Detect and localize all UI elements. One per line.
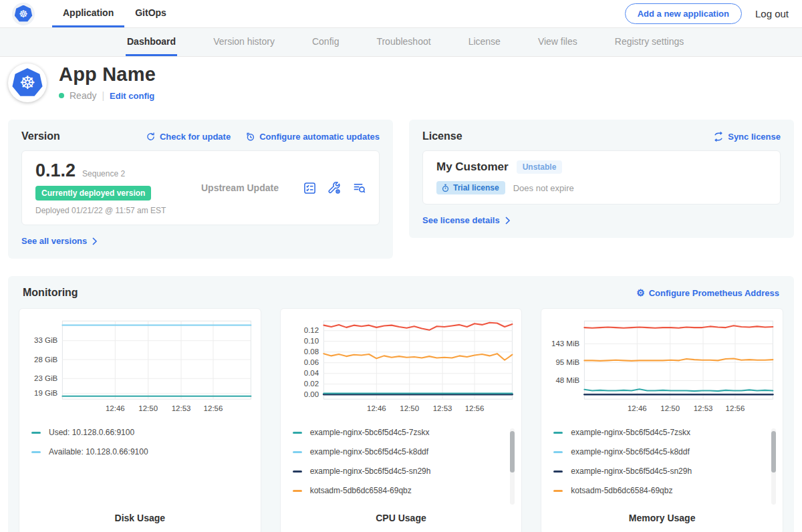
check-for-update-link[interactable]: Check for update (146, 132, 231, 142)
svg-text:12:53: 12:53 (694, 404, 713, 412)
stopwatch-icon (441, 184, 450, 192)
deployed-timestamp: Deployed 01/21/22 @ 11:57 am EST (35, 206, 189, 215)
kubernetes-wheel-icon: ☸ (19, 9, 27, 19)
divider: | (102, 90, 104, 101)
legend-dash-icon (293, 432, 302, 434)
preflight-checks-icon[interactable] (303, 182, 316, 194)
tab-registry-settings[interactable]: Registry settings (614, 28, 685, 56)
topnav-tab-gitops[interactable]: GitOps (124, 0, 177, 27)
kubernetes-logo: ☸ (12, 3, 35, 25)
legend-dash-icon (553, 432, 563, 434)
svg-text:23 GiB: 23 GiB (34, 374, 57, 382)
brand-logo[interactable]: ☸ (12, 0, 35, 27)
refresh-icon (146, 132, 156, 142)
legend-label: example-nginx-5bc6f5d4c5-sn29h (310, 467, 431, 476)
svg-text:0.06: 0.06 (303, 358, 318, 366)
legend-item: kotsadm-5db6dc6584-69qbz (293, 485, 505, 497)
configure-prometheus-link[interactable]: ⚙ Configure Prometheus Address (636, 288, 779, 298)
version-number: 0.1.2 (35, 160, 76, 181)
legend-label: kotsadm-5db6dc6584-69qbz (571, 486, 672, 495)
page-title: App Name (59, 63, 156, 86)
legend-label: kotsadm-5db6dc6584-69qbz (310, 486, 412, 495)
customer-name: My Customer (436, 160, 509, 174)
tab-troubleshoot[interactable]: Troubleshoot (375, 28, 432, 56)
svg-text:0.12: 0.12 (303, 326, 318, 334)
series-line (585, 358, 773, 360)
svg-text:12:56: 12:56 (464, 404, 484, 412)
status-dot (59, 93, 64, 98)
app-icon: ☸ (8, 63, 47, 102)
tab-version-history[interactable]: Version history (212, 28, 276, 56)
edit-config-link[interactable]: Edit config (110, 91, 154, 101)
chart-title: CPU Usage (286, 513, 517, 523)
license-card: License Sync license My (409, 120, 794, 238)
series-line (585, 389, 773, 391)
app-header: ☸ App Name Ready | Edit config (0, 57, 802, 114)
svg-text:19 GiB: 19 GiB (34, 389, 57, 397)
add-new-application-button[interactable]: Add a new application (625, 3, 742, 24)
tab-dashboard[interactable]: Dashboard (126, 28, 177, 56)
chart-plot: 12:4612:5012:5312:5633 GiB28 GiB23 GiB19… (25, 317, 255, 420)
svg-text:48 MiB: 48 MiB (556, 376, 580, 384)
svg-text:0.00: 0.00 (303, 390, 318, 398)
version-heading: Version (21, 130, 60, 142)
legend-dash-icon (553, 451, 563, 453)
legend-dash-icon (553, 471, 563, 473)
version-card: Version Check for update (8, 120, 393, 259)
channel-badge: Unstable (517, 160, 563, 174)
status-text: Ready (70, 90, 96, 101)
series-line (323, 354, 512, 360)
top-nav: ☸ Application GitOps Add a new applicati… (0, 0, 802, 28)
version-sequence: Sequence 2 (82, 169, 125, 178)
svg-text:28 GiB: 28 GiB (34, 356, 57, 364)
deploy-logs-icon[interactable] (353, 182, 366, 194)
svg-text:12:50: 12:50 (400, 404, 419, 412)
configure-automatic-updates-link[interactable]: Configure automatic updates (245, 132, 380, 142)
legend-label: example-nginx-5bc6f5d4c5-sn29h (571, 467, 692, 476)
see-all-versions-link[interactable]: See all versions (21, 236, 98, 246)
topnav-tab-application[interactable]: Application (52, 0, 124, 27)
app-sub-nav: Dashboard Version history Config Trouble… (0, 28, 802, 57)
legend-item: example-nginx-5bc6f5d4c5-k8ddf (553, 446, 765, 458)
chart-legend: example-nginx-5bc6f5d4c5-7zskxexample-ng… (293, 427, 517, 509)
legend-label: Available: 10.128.0.66:9100 (49, 447, 148, 456)
svg-text:12:46: 12:46 (106, 404, 125, 412)
svg-text:12:46: 12:46 (367, 404, 386, 412)
gear-icon: ⚙ (636, 288, 645, 297)
tab-license[interactable]: License (467, 28, 502, 56)
legend-label: example-nginx-5bc6f5d4c5-7zskx (571, 428, 690, 437)
svg-text:12:50: 12:50 (661, 404, 680, 412)
kubernetes-wheel-icon: ☸ (19, 74, 35, 92)
legend-dash-icon (31, 432, 41, 434)
legend-scrollbar-thumb[interactable] (771, 431, 776, 473)
tab-config[interactable]: Config (311, 28, 340, 56)
logout-link[interactable]: Log out (755, 8, 789, 19)
legend-item: kotsadm-5db6dc6584-69qbz (553, 485, 765, 497)
legend-label: example-nginx-5bc6f5d4c5-k8ddf (310, 447, 428, 456)
monitoring-heading: Monitoring (23, 287, 78, 299)
svg-text:0.10: 0.10 (303, 337, 318, 345)
legend-dash-icon (293, 471, 302, 473)
license-summary: My Customer Unstable Trial license Doe (422, 150, 781, 205)
legend-scrollbar-thumb[interactable] (510, 431, 515, 473)
chart-legend: example-nginx-5bc6f5d4c5-7zskxexample-ng… (553, 427, 777, 509)
legend-item: example-nginx-5bc6f5d4c5-sn29h (553, 466, 765, 477)
sync-license-link[interactable]: Sync license (713, 132, 781, 142)
chart-title: Disk Usage (25, 513, 255, 523)
tab-view-files[interactable]: View files (537, 28, 579, 56)
legend-item: Used: 10.128.0.66:9100 (31, 427, 243, 438)
see-license-details-link[interactable]: See license details (422, 215, 511, 225)
svg-text:0.08: 0.08 (303, 348, 318, 356)
legend-dash-icon (293, 490, 302, 492)
monitoring-card: Monitoring ⚙ Configure Prometheus Addres… (8, 276, 794, 532)
legend-label: Used: 10.128.0.66:9100 (49, 428, 134, 437)
legend-item: example-nginx-5bc6f5d4c5-sn29h (293, 466, 505, 477)
svg-text:0.04: 0.04 (303, 369, 319, 377)
license-heading: License (422, 130, 462, 142)
chart-legend: Used: 10.128.0.66:9100Available: 10.128.… (31, 427, 255, 509)
svg-text:12:56: 12:56 (204, 404, 223, 412)
config-wrench-icon[interactable] (328, 182, 341, 194)
svg-text:33 GiB: 33 GiB (34, 336, 57, 344)
legend-item: example-nginx-5bc6f5d4c5-7zskx (293, 427, 505, 438)
chevron-right-icon (91, 237, 98, 245)
